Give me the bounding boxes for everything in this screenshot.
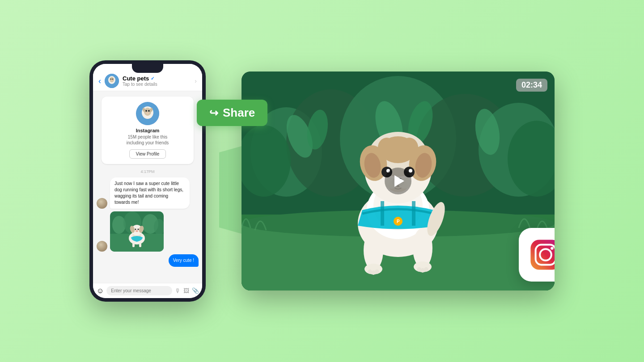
svg-point-26	[138, 229, 139, 230]
svg-point-56	[378, 138, 396, 157]
svg-point-10	[148, 110, 150, 112]
dog-image-bubble	[110, 211, 164, 252]
svg-point-77	[375, 269, 379, 274]
svg-point-4	[112, 79, 113, 80]
view-profile-button[interactable]: View Profile	[129, 149, 166, 159]
header-chevron: ›	[195, 77, 197, 84]
emoji-button[interactable]: ☺	[97, 287, 104, 295]
message-row: Just now I saw a super cute little dog r…	[97, 177, 199, 209]
svg-point-11	[146, 112, 149, 114]
verified-badge: ✓	[151, 76, 154, 81]
svg-point-3	[110, 79, 111, 80]
play-button[interactable]	[385, 168, 411, 194]
svg-rect-28	[132, 243, 135, 247]
phone-notch	[132, 64, 163, 73]
phone-screen: ‹ Cute pets	[93, 64, 202, 298]
instagram-icon	[528, 237, 555, 273]
mic-icon[interactable]: 🎙	[175, 287, 181, 294]
header-info: Cute pets ✓ Tap to see details	[123, 75, 191, 87]
chat-time: 4:17PM	[97, 169, 199, 174]
play-icon	[394, 175, 404, 187]
header-subtitle: Tap to see details	[123, 82, 191, 87]
chat-input-bar: ☺ 🎙 🖼 📎	[93, 283, 202, 298]
sender-avatar-2	[97, 241, 107, 252]
header-name: Cute pets ✓	[123, 75, 191, 82]
input-icons: 🎙 🖼 📎	[175, 287, 199, 294]
message-input[interactable]	[106, 286, 172, 295]
svg-point-5	[111, 80, 113, 81]
image-icon[interactable]: 🖼	[183, 287, 189, 294]
video-timer: 02:34	[516, 79, 547, 92]
svg-point-80	[424, 267, 428, 272]
svg-point-57	[400, 138, 418, 157]
message-row-sent: Very cute !	[97, 254, 199, 267]
svg-rect-29	[139, 243, 141, 247]
svg-point-2	[110, 77, 114, 82]
video-background: P	[242, 72, 555, 290]
back-button[interactable]: ‹	[98, 76, 101, 86]
sent-bubble: Very cute !	[169, 254, 199, 267]
main-container: ‹ Cute pets	[89, 60, 555, 302]
phone-wrapper: ‹ Cute pets	[89, 60, 206, 302]
video-container: P 02:34	[242, 72, 555, 290]
profile-desc: 15M people like thisincluding your frien…	[107, 134, 188, 146]
phone-device: ‹ Cute pets	[89, 60, 206, 302]
svg-point-85	[551, 247, 553, 249]
svg-text:P: P	[397, 219, 400, 224]
chat-body: Instagram 15M people like thisincluding …	[93, 91, 202, 283]
received-bubble: Just now I saw a super cute little dog r…	[110, 177, 190, 209]
svg-point-9	[145, 110, 147, 112]
share-arrow-icon: ↪	[209, 107, 218, 119]
message-row-image	[97, 211, 199, 252]
profile-avatar	[136, 102, 159, 125]
header-avatar	[105, 74, 119, 88]
share-button[interactable]: ↪ Share	[197, 100, 267, 126]
attachment-icon[interactable]: 📎	[192, 287, 199, 294]
share-label: Share	[223, 106, 255, 120]
sender-avatar	[97, 198, 107, 209]
svg-point-25	[135, 229, 136, 230]
instagram-icon-wrapper	[519, 228, 555, 282]
svg-point-63	[409, 169, 411, 171]
profile-card: Instagram 15M people like thisincluding …	[102, 97, 193, 164]
profile-title: Instagram	[107, 128, 188, 133]
svg-point-27	[136, 230, 138, 232]
